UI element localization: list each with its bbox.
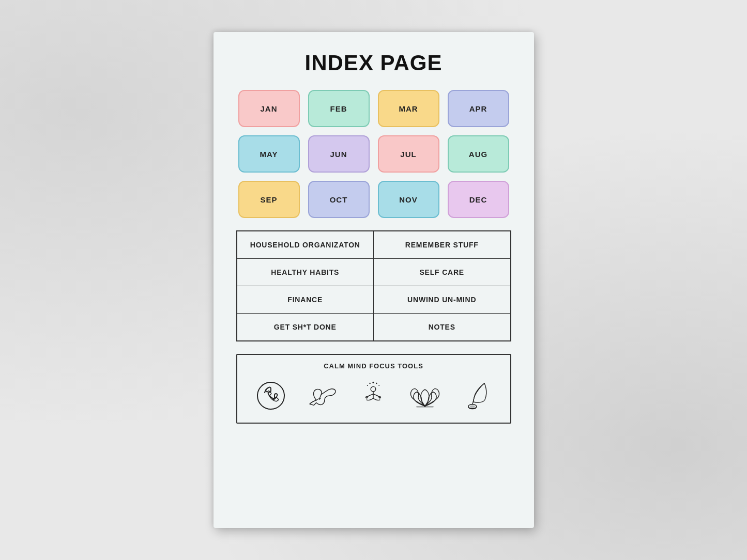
category-table: HOUSEHOLD ORGANIZATON REMEMBER STUFF HEA… bbox=[236, 230, 511, 341]
category-getdone[interactable]: GET SH*T DONE bbox=[237, 314, 374, 341]
category-unwind[interactable]: UNWIND UN-MIND bbox=[374, 286, 511, 314]
svg-point-1 bbox=[373, 382, 374, 383]
category-finance[interactable]: FINANCE bbox=[237, 286, 374, 314]
month-mar[interactable]: MAR bbox=[378, 90, 439, 127]
category-remember[interactable]: REMEMBER STUFF bbox=[374, 231, 511, 259]
table-row: HEALTHY HABITS SELF CARE bbox=[237, 259, 511, 286]
tools-icons-row bbox=[246, 377, 502, 414]
table-row: HOUSEHOLD ORGANIZATON REMEMBER STUFF bbox=[237, 231, 511, 259]
svg-point-6 bbox=[371, 386, 376, 392]
svg-point-0 bbox=[257, 382, 284, 409]
dove-icon bbox=[303, 377, 341, 414]
meditation-icon bbox=[355, 377, 392, 414]
month-feb[interactable]: FEB bbox=[308, 90, 370, 127]
svg-point-2 bbox=[370, 383, 371, 384]
month-aug[interactable]: AUG bbox=[448, 135, 509, 173]
month-oct[interactable]: OCT bbox=[308, 181, 370, 218]
month-apr[interactable]: APR bbox=[448, 90, 509, 127]
table-row: FINANCE UNWIND UN-MIND bbox=[237, 286, 511, 314]
month-sep[interactable]: SEP bbox=[238, 181, 300, 218]
month-grid: JAN FEB MAR APR MAY JUN JUL AUG SEP OCT … bbox=[236, 90, 511, 218]
month-jun[interactable]: JUN bbox=[308, 135, 370, 173]
svg-point-5 bbox=[379, 385, 380, 386]
page-title: INDEX PAGE bbox=[236, 51, 511, 75]
phone-icon bbox=[252, 377, 289, 414]
category-household[interactable]: HOUSEHOLD ORGANIZATON bbox=[237, 231, 374, 259]
month-may[interactable]: MAY bbox=[238, 135, 300, 173]
month-jan[interactable]: JAN bbox=[238, 90, 300, 127]
category-healthy[interactable]: HEALTHY HABITS bbox=[237, 259, 374, 286]
tools-section: CALM MIND FOCUS TOOLS bbox=[236, 354, 511, 424]
quill-icon bbox=[458, 377, 495, 414]
svg-point-3 bbox=[376, 383, 377, 384]
table-row: GET SH*T DONE NOTES bbox=[237, 314, 511, 341]
svg-point-4 bbox=[367, 385, 368, 386]
svg-point-10 bbox=[470, 405, 475, 408]
month-nov[interactable]: NOV bbox=[378, 181, 439, 218]
month-jul[interactable]: JUL bbox=[378, 135, 439, 173]
tools-title: CALM MIND FOCUS TOOLS bbox=[246, 362, 502, 370]
category-notes[interactable]: NOTES bbox=[374, 314, 511, 341]
index-page: INDEX PAGE JAN FEB MAR APR MAY JUN JUL A… bbox=[214, 32, 534, 528]
category-selfcare[interactable]: SELF CARE bbox=[374, 259, 511, 286]
month-dec[interactable]: DEC bbox=[448, 181, 509, 218]
lotus-icon bbox=[406, 377, 444, 414]
